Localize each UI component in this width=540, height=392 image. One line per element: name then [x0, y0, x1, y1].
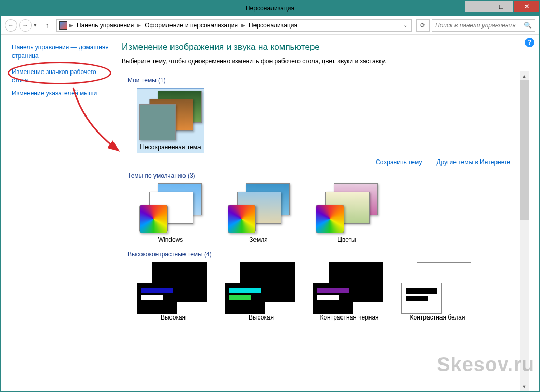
save-theme-link[interactable]: Сохранить тему	[376, 158, 422, 166]
theme-label: Высокая	[225, 314, 297, 321]
page-subtitle: Выберите тему, чтобы одновременно измени…	[122, 57, 529, 65]
forward-button[interactable]: →	[19, 19, 32, 32]
scroll-thumb[interactable]	[520, 80, 529, 220]
sidebar: Панель управления — домашняя страница Из…	[1, 35, 115, 391]
theme-windows[interactable]: Windows	[137, 183, 204, 243]
theme-preview	[225, 262, 295, 314]
help-icon[interactable]: ?	[525, 38, 534, 47]
search-icon[interactable]: 🔍	[524, 22, 532, 29]
change-desktop-icons-link[interactable]: Изменение значков рабочего стола	[12, 68, 109, 85]
address-dropdown-icon[interactable]: ⌄	[401, 22, 409, 28]
default-themes-heading: Темы по умолчанию (3)	[127, 172, 515, 179]
theme-earth[interactable]: Земля	[225, 183, 292, 243]
search-box[interactable]: 🔍	[432, 19, 535, 32]
theme-unsaved[interactable]: Несохраненная тема	[137, 88, 204, 153]
theme-label: Цветы	[337, 236, 356, 243]
refresh-button[interactable]: ⟳	[416, 19, 430, 32]
back-button[interactable]: ←	[5, 19, 17, 32]
theme-label: Высокая	[137, 314, 209, 321]
maximize-button[interactable]: □	[489, 1, 513, 12]
theme-preview	[139, 91, 202, 140]
breadcrumb-seg-3[interactable]: Персонализация	[247, 21, 299, 30]
titlebar: Персонализация — □ ✕	[1, 1, 539, 16]
my-themes-row: Несохраненная тема	[137, 88, 515, 153]
change-mouse-pointers-link[interactable]: Изменение указателей мыши	[12, 89, 109, 98]
theme-label: Windows	[158, 236, 183, 243]
theme-preview	[137, 262, 207, 314]
toolbar: ← → ▾ ↑ ▶ Панель управления ▶ Оформление…	[1, 16, 539, 35]
scroll-up-icon[interactable]: ▲	[520, 71, 529, 80]
theme-preview	[313, 262, 383, 314]
scroll-down-icon[interactable]: ▼	[520, 382, 529, 391]
theme-preview	[139, 183, 202, 233]
default-themes-row: Windows Земля	[137, 183, 515, 243]
window-title: Персонализация	[246, 5, 294, 12]
window: Персонализация — □ ✕ ← → ▾ ↑ ▶ Панель уп…	[0, 0, 540, 392]
breadcrumb-seg-2[interactable]: Оформление и персонализация	[143, 21, 239, 30]
vertical-scrollbar[interactable]: ▲ ▼	[520, 71, 529, 391]
page-title: Изменение изображения и звука на компьют…	[122, 42, 529, 52]
address-bar[interactable]: ▶ Панель управления ▶ Оформление и персо…	[56, 19, 412, 32]
window-controls: — □ ✕	[464, 1, 539, 12]
theme-label: Несохраненная тема	[140, 143, 201, 151]
theme-preview	[401, 262, 471, 314]
my-themes-heading: Мои темы (1)	[127, 77, 515, 84]
themes-container: Мои темы (1) Несохраненная тема С	[122, 71, 529, 391]
minimize-button[interactable]: —	[465, 1, 489, 12]
theme-label: Земля	[249, 236, 268, 243]
hc-themes-heading: Высококонтрастные темы (4)	[127, 251, 515, 258]
theme-actions: Сохранить тему Другие темы в Интернете	[127, 158, 510, 166]
theme-label: Контрастная черная	[313, 314, 386, 321]
search-input[interactable]	[435, 22, 532, 29]
body: Панель управления — домашняя страница Из…	[1, 35, 539, 391]
chevron-right-icon: ▶	[136, 23, 142, 28]
hc-themes-row: Высокая Высокая	[137, 262, 515, 321]
history-chevron-icon[interactable]: ▾	[34, 22, 40, 28]
content: ? Изменение изображения и звука на компь…	[115, 35, 539, 391]
theme-hc-4[interactable]: Контрастная белая	[401, 262, 474, 321]
chevron-right-icon: ▶	[240, 23, 246, 28]
theme-hc-1[interactable]: Высокая	[137, 262, 209, 321]
theme-preview	[228, 183, 290, 233]
control-panel-icon	[59, 21, 67, 30]
theme-hc-3[interactable]: Контрастная черная	[313, 262, 386, 321]
theme-label: Контрастная белая	[401, 314, 474, 321]
theme-hc-2[interactable]: Высокая	[225, 262, 297, 321]
up-button[interactable]: ↑	[42, 20, 52, 31]
more-themes-link[interactable]: Другие темы в Интернете	[436, 158, 510, 166]
theme-flowers[interactable]: Цветы	[313, 183, 380, 243]
breadcrumb-seg-1[interactable]: Панель управления	[75, 21, 135, 30]
themes-scroll-area: Мои темы (1) Несохраненная тема С	[122, 71, 520, 391]
close-button[interactable]: ✕	[514, 1, 539, 12]
chevron-right-icon: ▶	[68, 23, 74, 28]
theme-preview	[316, 183, 378, 233]
control-panel-home-link[interactable]: Панель управления — домашняя страница	[12, 43, 109, 61]
